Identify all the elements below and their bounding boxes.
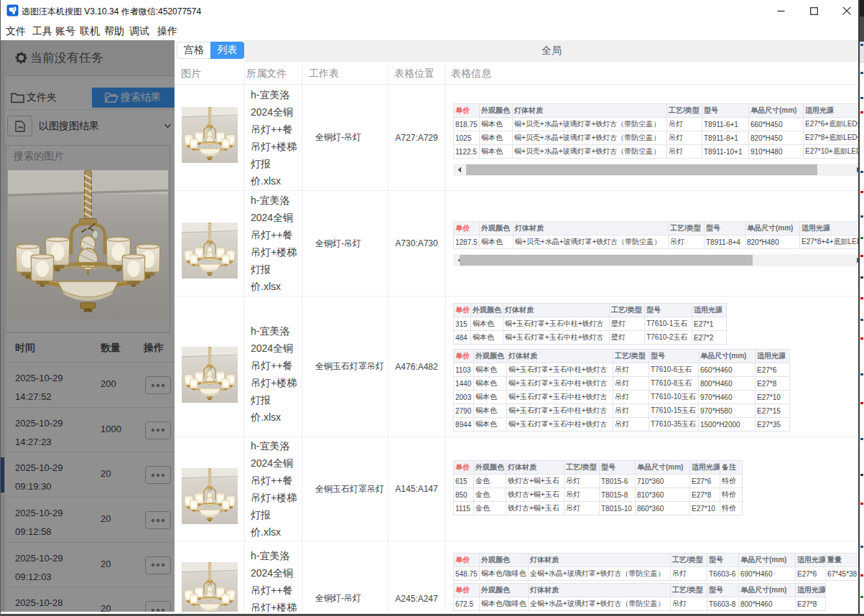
result-thumbnail[interactable] — [182, 347, 238, 403]
subtable-cell: 315 — [454, 317, 471, 331]
subtable-header-cell: 型号 — [649, 350, 699, 363]
menu-item-2[interactable]: 账号 — [55, 25, 75, 38]
subtable-header-cell: 灯体材质 — [507, 350, 613, 363]
subtable-cell: E27*10+底部LED灯盘 — [804, 145, 860, 159]
result-file-cell: h-宜美洛 2024全铜 吊灯++餐 吊灯+楼梯 灯报 价.xlsx — [251, 191, 307, 296]
subtable-cell: T7610-2玉石 — [645, 331, 692, 345]
result-row[interactable]: h-宜美洛 2024全铜 吊灯++餐 吊灯+楼梯 灯报 价.xlsx 全铜灯-吊… — [175, 191, 859, 297]
price-table: 单价外观颜色灯体材质工艺/类型型号单品尺寸(mm)适用光源672.5铜本色/咖啡… — [453, 583, 826, 612]
sliver-text-fragment — [860, 438, 863, 440]
result-thumbnail-wrap — [182, 107, 238, 166]
subtable-header-cell: 工艺/类型 — [671, 554, 707, 567]
result-file-name: h-宜美洛 2024全铜 吊灯++餐 吊灯+楼梯 灯报 价.xlsx — [251, 547, 297, 612]
subtable-header-cell: 单品尺寸(mm) — [699, 350, 756, 363]
subtable-cell: T8015-10 — [600, 502, 636, 515]
price-table: 单价外观颜色灯体材质工艺/类型型号单品尺寸(mm)适用光源1287.5铜本色铜+… — [453, 221, 859, 249]
subtable-cell: 铜本色 — [480, 118, 513, 131]
sliver-text-fragment — [860, 596, 863, 598]
col-image: 图片 — [181, 67, 201, 80]
subtable-header-cell: 单品尺寸(mm) — [745, 222, 800, 235]
subtable-cell: E27*35 — [756, 418, 790, 431]
result-thumbnail-wrap — [182, 468, 238, 527]
subtable-header-cell: 单品尺寸(mm) — [739, 554, 796, 567]
subtable-cell: 67*45*38 — [826, 567, 860, 581]
result-sheet-cell: 全铜灯-吊灯 — [308, 85, 387, 190]
result-thumbnail-wrap — [182, 562, 238, 612]
subtable-cell: T8911-8+4 — [705, 235, 745, 249]
result-row[interactable]: h-宜美洛 2024全铜 吊灯++餐 吊灯+楼梯 灯报 价.xlsx 全铜灯-吊… — [175, 541, 859, 612]
subtable-header-cell: 单品尺寸(mm) — [636, 461, 690, 475]
subtable-cell: 8944 — [454, 418, 474, 431]
subtable-cell: 690*H460 — [739, 567, 796, 581]
sliver-text-fragment — [860, 319, 863, 321]
column-divider — [388, 437, 389, 541]
subtable-cell: 吊灯 — [613, 404, 649, 418]
subtable-cell: E27*15 — [756, 404, 790, 418]
result-row[interactable]: h-宜美洛 2024全铜 吊灯++餐 吊灯+楼梯 灯报 价.xlsx 全铜灯-吊… — [175, 85, 859, 191]
subtable-cell: 铜+玉石灯罩+玉石中柱+铁灯古 — [507, 391, 613, 404]
subtable-header-cell: 灯体材质 — [513, 104, 667, 118]
subtable-cell: T8911-8+1 — [702, 131, 749, 145]
scrollbar-thumb[interactable] — [466, 164, 817, 175]
subtable-header-cell: 工艺/类型 — [667, 104, 702, 118]
title-bar: 选图汪本机搜图 V3.10.34 作者微信:452077574 — [0, 0, 859, 22]
column-divider — [388, 191, 389, 296]
price-table: 单价外观颜色灯体材质工艺/类型型号适用光源315铜本色铜+玉石灯罩+玉石中柱+铁… — [453, 303, 727, 345]
maximize-button[interactable] — [797, 0, 830, 22]
subtable-cell: T7610-15玉石 — [649, 404, 699, 418]
subtable-cell: 800*H460 — [739, 597, 796, 611]
column-divider — [388, 297, 389, 437]
minimize-button[interactable] — [764, 0, 797, 22]
scrollbar-thumb[interactable] — [460, 255, 753, 266]
menu-item-1[interactable]: 工具 — [32, 25, 52, 38]
sliver-text-fragment — [860, 337, 863, 340]
column-divider — [445, 85, 446, 190]
tab-list-view[interactable]: 列表 — [210, 42, 244, 59]
menu-item-3[interactable]: 联机 — [80, 25, 100, 38]
result-sheet-cell: 全铜玉石灯罩吊灯 — [308, 297, 387, 437]
tab-grid-view[interactable]: 宫格 — [177, 42, 210, 59]
result-thumbnail[interactable] — [182, 468, 238, 524]
subtable-hscrollbar[interactable] — [453, 254, 859, 266]
result-thumbnail[interactable] — [182, 223, 238, 279]
subtable-header-cell: 型号 — [705, 222, 745, 235]
result-row[interactable]: h-宜美洛 2024全铜 吊灯++餐 吊灯+楼梯 灯报 价.xlsx 全铜玉石灯… — [175, 297, 859, 437]
view-tab-group: 宫格 列表 — [177, 42, 244, 59]
menu-item-0[interactable]: 文件 — [6, 25, 26, 38]
subtable-cell: T6603-6 — [707, 567, 739, 581]
subtable-cell: E27*8 — [756, 377, 790, 391]
subtable-cell: 铜本色/咖啡色 — [480, 567, 529, 581]
subtable-cell: 吊灯 — [565, 488, 600, 502]
subtable-cell: 710*360 — [636, 475, 690, 488]
scroll-left-arrow[interactable] — [453, 164, 465, 176]
result-info-cell: 单价外观颜色灯体材质工艺/类型型号适用光源315铜本色铜+玉石灯罩+玉石中柱+铁… — [453, 297, 859, 437]
subtable-cell: 吊灯 — [667, 145, 702, 159]
column-divider — [388, 85, 389, 190]
subtable-header-cell: 灯体材质 — [514, 222, 669, 235]
result-thumbnail[interactable] — [182, 562, 238, 612]
menu-item-5[interactable]: 调试 — [129, 25, 149, 38]
price-table: 单价外观颜色灯体材质工艺/类型型号单品尺寸(mm)适用光源备注615金色铁灯古+… — [453, 460, 743, 515]
subtable-cell: 1122.5 — [454, 145, 480, 159]
sliver-text-fragment — [860, 474, 863, 476]
subtable-cell: T8911-6+1 — [702, 118, 749, 131]
result-row[interactable]: h-宜美洛 2024全铜 吊灯++餐 吊灯+楼梯 灯报 价.xlsx 全铜玉石灯… — [175, 437, 859, 541]
result-sheet-cell: 全铜玉石灯罩吊灯 — [308, 437, 387, 541]
subtable-hscrollbar[interactable] — [453, 164, 859, 176]
window-left-border — [0, 0, 1, 616]
subtable-cell: 1000*H460 — [739, 611, 796, 612]
menu-item-6[interactable]: 操作 — [157, 25, 177, 38]
scope-label: 全局 — [542, 45, 562, 57]
subtable-cell: 金色 — [474, 502, 506, 515]
subtable-cell: 910*H480 — [749, 145, 804, 159]
result-thumbnail[interactable] — [182, 107, 238, 163]
subtable-header-cell: 适用光源 — [796, 584, 826, 597]
subtable-header-cell: 工艺/类型 — [565, 461, 600, 475]
price-table: 单价外观颜色灯体材质工艺/类型型号单品尺寸(mm)适用光源1103铜本色铜+玉石… — [453, 349, 790, 431]
subtable-cell: 970*H460 — [699, 391, 756, 404]
menu-item-4[interactable]: 帮助 — [104, 25, 124, 38]
result-pos-cell: A476:A482 — [388, 297, 445, 437]
column-divider — [302, 62, 302, 84]
scope-bar: 全局 — [244, 40, 859, 62]
subtable-cell: E27*8 — [690, 488, 720, 502]
